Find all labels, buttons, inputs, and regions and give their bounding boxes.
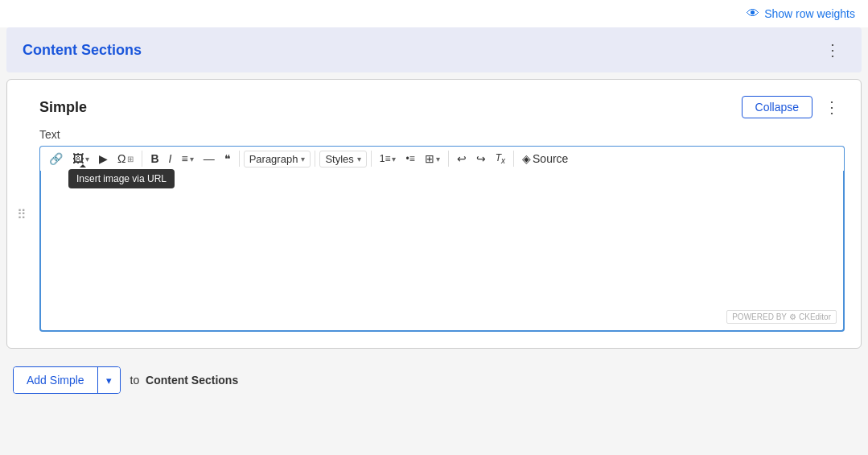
toolbar-special-chars-button[interactable]: Ω ⊞ — [113, 150, 138, 168]
simple-section-menu-button[interactable]: ⋮ — [819, 97, 845, 117]
special-chars-icon-2: ⊞ — [127, 155, 134, 163]
toolbar-separator-5 — [448, 151, 449, 167]
num-list-chevron: ▾ — [392, 155, 396, 163]
paragraph-label: Paragraph — [249, 153, 298, 165]
paragraph-chevron: ▾ — [301, 155, 305, 163]
content-sections-menu-button[interactable]: ⋮ — [820, 40, 845, 60]
show-row-weights-link[interactable]: 👁 Show row weights — [747, 6, 855, 21]
show-row-weights-label: Show row weights — [764, 7, 855, 20]
text-label: Text — [39, 128, 845, 141]
toolbar-align-button[interactable]: ≡ ▾ — [177, 150, 197, 168]
table-chevron: ▾ — [436, 155, 440, 163]
simple-header-actions: Collapse ⋮ — [742, 96, 845, 118]
paragraph-dropdown[interactable]: Paragraph ▾ — [244, 151, 311, 168]
add-simple-chevron-button[interactable]: ▾ — [97, 367, 120, 393]
toolbar-clear-button[interactable]: Tx — [492, 150, 509, 168]
add-simple-group: Add Simple ▾ — [13, 366, 121, 394]
table-icon: ⊞ — [425, 152, 434, 165]
ckeditor-name: CKEditor — [799, 312, 831, 321]
bottom-bar: Add Simple ▾ to Content Sections — [0, 355, 868, 405]
content-sections-header: Content Sections ⋮ — [6, 27, 862, 72]
source-label: Source — [533, 152, 568, 165]
toolbar-bullet-list-button[interactable]: •≡ — [401, 151, 418, 167]
collapse-button[interactable]: Collapse — [742, 96, 812, 118]
toolbar-separator-4 — [371, 151, 372, 167]
special-chars-icon: Ω — [117, 152, 125, 165]
to-word: to — [130, 374, 140, 387]
align-dropdown-chevron: ▾ — [190, 155, 194, 163]
numbered-list-icon: 1≡ — [380, 153, 391, 164]
add-simple-chevron-icon: ▾ — [106, 374, 112, 387]
toolbar-redo-button[interactable]: ↪ — [472, 150, 490, 168]
simple-section-header: Simple Collapse ⋮ — [39, 96, 845, 118]
styles-chevron: ▾ — [357, 155, 361, 163]
ckeditor-branding: POWERED BY ⚙ CKEditor — [726, 310, 837, 324]
toolbar-bold-button[interactable]: B — [146, 150, 162, 168]
dash-icon: — — [204, 152, 215, 165]
toolbar-link-button[interactable]: 🔗 — [45, 150, 67, 168]
image-icon: 🖼 — [72, 152, 84, 165]
styles-dropdown[interactable]: Styles ▾ — [319, 151, 366, 168]
drag-handle-icon[interactable]: ⠿ — [17, 206, 27, 221]
simple-section-container: ⠿ Simple Collapse ⋮ Text 🔗 🖼 ▾ Insert im… — [6, 79, 862, 349]
redo-icon: ↪ — [476, 152, 486, 165]
toolbar-numbered-list-button[interactable]: 1≡ ▾ — [376, 151, 401, 167]
undo-icon: ↩ — [457, 152, 467, 165]
toolbar-separator-1 — [142, 151, 142, 167]
simple-section-title: Simple — [39, 99, 87, 116]
toolbar-play-button[interactable]: ▶ — [95, 150, 112, 168]
toolbar-separator-6 — [513, 151, 514, 167]
content-sections-destination: Content Sections — [146, 374, 238, 387]
to-content-sections-text: to Content Sections — [130, 374, 239, 387]
top-bar: 👁 Show row weights — [0, 0, 868, 27]
powered-by-text: POWERED BY — [732, 312, 787, 321]
toolbar-quote-button[interactable]: ❝ — [220, 150, 235, 168]
clear-format-icon: Tx — [496, 152, 505, 165]
image-button-container: 🖼 ▾ Insert image via URL — [68, 150, 93, 168]
source-icon: ◈ — [522, 152, 531, 165]
ck-toolbar: 🔗 🖼 ▾ Insert image via URL ▶ Ω ⊞ B I ≡ ▾ — [39, 146, 845, 171]
image-dropdown-chevron: ▾ — [85, 155, 89, 163]
ckeditor-logo: ⚙ — [789, 312, 796, 321]
toolbar-italic-button[interactable]: I — [165, 150, 176, 168]
toolbar-dash-button[interactable]: — — [200, 150, 219, 168]
align-icon: ≡ — [181, 152, 187, 165]
ck-editor-area[interactable]: POWERED BY ⚙ CKEditor — [39, 171, 845, 332]
toolbar-table-button[interactable]: ⊞ ▾ — [421, 150, 444, 168]
styles-label: Styles — [325, 153, 353, 165]
eye-icon: 👁 — [747, 6, 759, 21]
bullet-list-icon: •≡ — [405, 153, 414, 164]
toolbar-separator-2 — [239, 151, 240, 167]
toolbar-undo-button[interactable]: ↩ — [453, 150, 471, 168]
add-simple-button[interactable]: Add Simple — [14, 367, 97, 393]
link-icon: 🔗 — [49, 152, 63, 165]
quote-icon: ❝ — [224, 152, 231, 165]
content-sections-title: Content Sections — [23, 42, 142, 59]
toolbar-image-button[interactable]: 🖼 ▾ — [68, 150, 93, 168]
play-icon: ▶ — [99, 152, 108, 165]
toolbar-separator-3 — [315, 151, 315, 167]
toolbar-source-button[interactable]: ◈ Source — [518, 150, 572, 168]
